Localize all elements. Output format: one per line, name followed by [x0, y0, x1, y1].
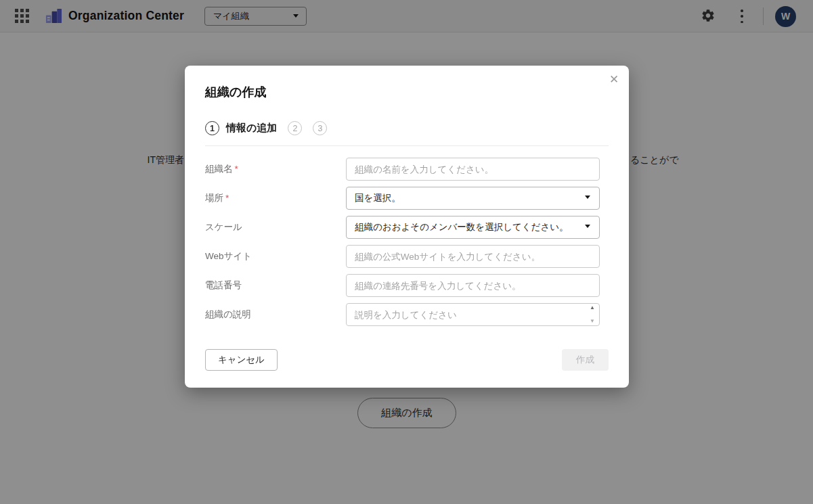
required-asterisk: *: [235, 164, 238, 174]
cancel-button[interactable]: キャンセル: [205, 349, 278, 371]
scale-label: スケール: [205, 221, 346, 233]
location-select[interactable]: 国を選択。: [346, 187, 600, 210]
organization-name-input[interactable]: [346, 158, 600, 181]
form-row-description: 組織の説明 ▲ ▼: [205, 303, 609, 326]
create-organization-modal: 組織の作成 1 情報の追加 2 3 組織名* 場所* 国を選択。: [185, 66, 629, 388]
phone-number-input[interactable]: [346, 274, 600, 297]
chevron-down-icon: [585, 225, 590, 228]
description-label: 組織の説明: [205, 308, 346, 321]
scale-select[interactable]: 組織のおおよそのメンバー数を選択してください。: [346, 216, 600, 239]
required-asterisk: *: [225, 193, 229, 203]
form-row-website: Webサイト: [205, 245, 609, 268]
step-1-circle: 1: [205, 121, 219, 135]
modal-title: 組織の作成: [205, 84, 609, 100]
close-icon[interactable]: ✕: [606, 72, 622, 88]
step-2-circle: 2: [288, 121, 302, 135]
organization-form: 組織名* 場所* 国を選択。 スケール 組織のおおよそのメンバー数を選択してくだ…: [205, 158, 609, 326]
website-label: Webサイト: [205, 250, 346, 262]
scroll-up-arrow-icon[interactable]: ▲: [590, 305, 595, 311]
create-button-disabled[interactable]: 作成: [562, 349, 609, 371]
step-indicator: 1 情報の追加 2 3: [205, 121, 609, 135]
location-label: 場所*: [205, 192, 346, 204]
chevron-down-icon: [585, 196, 590, 199]
website-input[interactable]: [346, 245, 600, 268]
step-1-label: 情報の追加: [226, 122, 277, 135]
form-row-scale: スケール 組織のおおよそのメンバー数を選択してください。: [205, 216, 609, 239]
scroll-down-arrow-icon[interactable]: ▼: [590, 319, 595, 324]
phone-number-label: 電話番号: [205, 279, 346, 292]
description-textarea[interactable]: [346, 303, 600, 326]
modal-footer: キャンセル 作成: [205, 349, 609, 371]
form-row-organization-name: 組織名*: [205, 158, 609, 181]
form-row-phone: 電話番号: [205, 274, 609, 297]
form-row-location: 場所* 国を選択。: [205, 187, 609, 210]
modal-divider: [205, 145, 609, 146]
scale-select-value: 組織のおおよそのメンバー数を選択してください。: [355, 221, 569, 233]
location-select-value: 国を選択。: [355, 192, 401, 204]
step-3-circle: 3: [313, 121, 327, 135]
organization-name-label: 組織名*: [205, 163, 346, 175]
